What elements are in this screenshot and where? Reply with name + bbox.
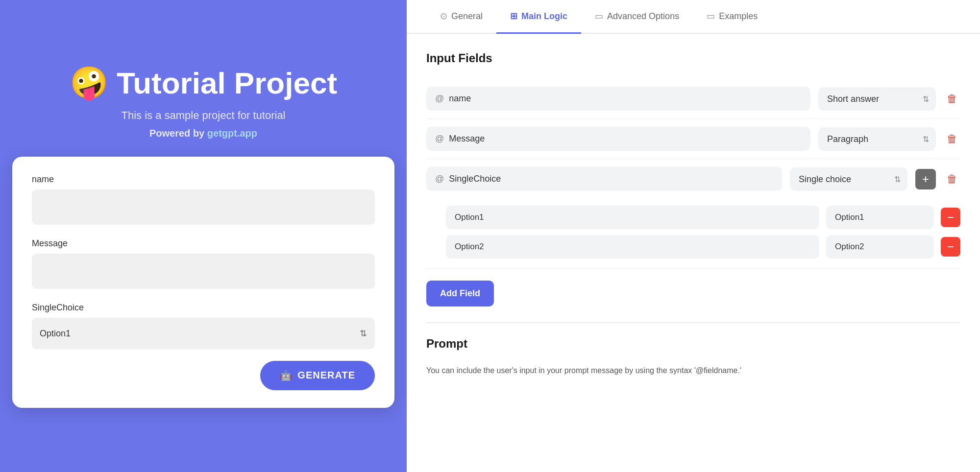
generate-button[interactable]: 🤖 GENERATE [260, 361, 375, 390]
field-type-select-name[interactable]: Short answer Paragraph Single choice [818, 87, 936, 111]
field-name-text-name: name [449, 94, 471, 104]
message-input[interactable] [32, 254, 375, 289]
generate-btn-wrapper: 🤖 GENERATE [32, 361, 375, 390]
field-row-message: @ Message Short answer Paragraph Single … [426, 119, 960, 159]
left-content: 🤪 Tutorial Project This is a sample proj… [0, 45, 407, 427]
project-emoji: 🤪 [70, 65, 109, 101]
general-icon: ⊙ [440, 11, 447, 22]
field-name-box-name: @ name [426, 87, 810, 111]
project-title: Tutorial Project [117, 66, 337, 100]
tab-general[interactable]: ⊙ General [426, 0, 496, 34]
option-label-input-2[interactable] [446, 235, 819, 259]
add-option-button[interactable]: + [915, 169, 936, 189]
at-icon-name: @ [435, 94, 444, 104]
generate-bot-icon: 🤖 [280, 370, 293, 381]
delete-field-singlechoice[interactable]: 🗑 [944, 170, 960, 189]
field-type-select-singlechoice[interactable]: Short answer Paragraph Single choice [790, 167, 907, 191]
form-label-name: name [32, 174, 375, 185]
form-field-singlechoice: SingleChoice Option1 Option2 ⇅ [32, 303, 375, 349]
delete-field-name[interactable]: 🗑 [944, 90, 960, 108]
powered-by: Powered by getgpt.app [149, 128, 257, 139]
tab-examples-label: Examples [719, 11, 758, 22]
at-icon-singlechoice: @ [435, 174, 444, 184]
add-field-button[interactable]: Add Field [426, 281, 494, 307]
singlechoice-main-row: @ SingleChoice Short answer Paragraph Si… [426, 167, 960, 191]
generate-label: GENERATE [297, 370, 355, 381]
powered-by-link[interactable]: getgpt.app [207, 128, 257, 139]
name-input[interactable] [32, 189, 375, 225]
option-label-input-1[interactable] [446, 206, 819, 229]
field-name-box-message: @ Message [426, 127, 810, 151]
option-row-2: − [446, 235, 960, 259]
remove-option-2[interactable]: − [941, 237, 960, 257]
field-name-text-singlechoice: SingleChoice [449, 174, 501, 184]
field-type-wrapper-message: Short answer Paragraph Single choice ⇅ [818, 127, 936, 151]
form-field-name: name [32, 174, 375, 227]
tab-advanced-options[interactable]: ▭ Advanced Options [581, 0, 693, 34]
form-card: name Message SingleChoice Option1 Option… [12, 157, 394, 408]
field-type-wrapper-singlechoice: Short answer Paragraph Single choice ⇅ [790, 167, 907, 191]
main-logic-icon: ⊞ [510, 11, 517, 22]
prompt-section: Prompt You can include the user's input … [426, 322, 960, 377]
input-fields-title: Input Fields [426, 51, 960, 65]
option-value-input-1[interactable] [826, 206, 934, 229]
option-value-input-2[interactable] [826, 235, 934, 259]
delete-field-message[interactable]: 🗑 [944, 130, 960, 148]
options-section: − − [446, 206, 960, 259]
field-row-singlechoice: @ SingleChoice Short answer Paragraph Si… [426, 159, 960, 269]
option-row-1: − [446, 206, 960, 229]
form-label-message: Message [32, 238, 375, 249]
field-name-text-message: Message [449, 134, 485, 144]
field-type-select-message[interactable]: Short answer Paragraph Single choice [818, 127, 936, 151]
project-header: 🤪 Tutorial Project [70, 65, 337, 101]
tab-advanced-options-label: Advanced Options [607, 11, 679, 22]
left-panel: 🤪 Tutorial Project This is a sample proj… [0, 0, 407, 472]
tabs-bar: ⊙ General ⊞ Main Logic ▭ Advanced Option… [407, 0, 980, 34]
form-field-message: Message [32, 238, 375, 291]
form-label-singlechoice: SingleChoice [32, 303, 375, 313]
examples-icon: ▭ [707, 11, 715, 22]
field-type-wrapper-name: Short answer Paragraph Single choice ⇅ [818, 87, 936, 111]
tab-main-logic-label: Main Logic [521, 11, 567, 22]
project-description: This is a sample project for tutorial [121, 109, 285, 122]
singlechoice-wrapper: Option1 Option2 ⇅ [32, 318, 375, 349]
prompt-title: Prompt [426, 337, 960, 351]
tab-main-logic[interactable]: ⊞ Main Logic [496, 0, 581, 34]
prompt-description: You can include the user's input in your… [426, 364, 960, 377]
right-panel: ⊙ General ⊞ Main Logic ▭ Advanced Option… [407, 0, 980, 472]
field-row-name: @ name Short answer Paragraph Single cho… [426, 79, 960, 119]
advanced-options-icon: ▭ [595, 11, 603, 22]
right-content: Input Fields @ name Short answer Paragra… [407, 34, 980, 472]
remove-option-1[interactable]: − [941, 208, 960, 227]
singlechoice-select[interactable]: Option1 Option2 [32, 318, 375, 349]
tab-general-label: General [451, 11, 483, 22]
field-name-box-singlechoice: @ SingleChoice [426, 167, 782, 191]
tab-examples[interactable]: ▭ Examples [693, 0, 771, 34]
at-icon-message: @ [435, 134, 444, 144]
